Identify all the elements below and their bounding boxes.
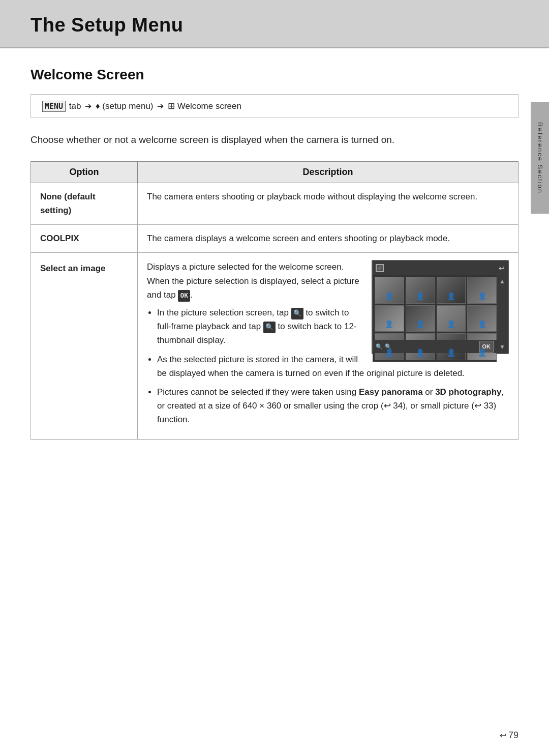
desc-select-image: ↩ 👤 👤 <box>138 253 518 439</box>
desc-none: The camera enters shooting or playback m… <box>138 183 518 225</box>
intro-text: Choose whether or not a welcome screen i… <box>30 132 518 147</box>
zoom-in-btn: 🔍 <box>291 308 303 319</box>
table-row: None (default setting) The camera enters… <box>31 183 518 225</box>
page-title: The Setup Menu <box>30 14 518 36</box>
thumbnail: 👤 <box>375 277 404 304</box>
thumbnail: 👤 <box>375 305 404 332</box>
option-coolpix: COOLPIX <box>31 225 138 253</box>
camera-screen-preview: ↩ 👤 👤 <box>372 260 509 354</box>
arrow-1: ➔ <box>85 102 92 110</box>
footer-icon: ↩ <box>500 731 506 740</box>
page-header: The Setup Menu <box>0 0 549 48</box>
table-row: COOLPIX The camera displays a welcome sc… <box>31 225 518 253</box>
thumbnail: 👤 <box>467 305 497 332</box>
thumbnail: 👤 <box>437 277 466 304</box>
thumbnail: 👤 <box>437 305 466 332</box>
thumbnail-row-2: 👤 👤 👤 <box>375 305 497 332</box>
zoom-out-btn: 🔍 <box>263 322 276 333</box>
page-content: Welcome Screen MENU tab ➔ ♦ (setup menu)… <box>0 48 549 485</box>
side-tab: Reference Section <box>531 102 549 214</box>
menu-sym: MENU <box>42 101 66 112</box>
menu-path-box: MENU tab ➔ ♦ (setup menu) ➔ ⊞ Welcome sc… <box>30 94 518 118</box>
desc-coolpix: The camera displays a welcome screen and… <box>138 225 518 253</box>
options-table: Option Description None (default setting… <box>30 161 518 439</box>
table-row-select-image: Select an image ↩ <box>31 253 518 439</box>
arrow-2: ➔ <box>157 102 164 110</box>
camera-right-bar: ▲ ▼ <box>497 275 508 353</box>
3d-photography-label: 3D photography <box>435 387 501 397</box>
bullet-3: Pictures cannot be selected if they were… <box>157 385 509 427</box>
easy-panorama-label: Easy panorama <box>359 387 423 397</box>
option-none: None (default setting) <box>31 183 138 225</box>
ok-inline-btn: OK <box>178 290 190 302</box>
thumbnail: 👤 <box>467 277 497 304</box>
back-button-icon: ↩ <box>499 263 505 274</box>
arrow-down-icon: ▼ <box>499 344 505 350</box>
page-number: 79 <box>508 730 518 741</box>
table-header-row: Option Description <box>31 162 518 183</box>
zoom-in-icon: 🔍 <box>376 342 383 352</box>
select-image-description: ↩ 👤 👤 <box>147 260 509 431</box>
menu-path-text: tab <box>69 101 83 111</box>
thumbnail-row-1: 👤 👤 👤 <box>375 277 497 304</box>
page-footer: ↩ 79 <box>500 730 518 741</box>
section-title: Welcome Screen <box>30 67 518 83</box>
thumbnail: 👤 <box>406 305 435 332</box>
arrow-up-icon: ▲ <box>499 278 505 284</box>
col-description-header: Description <box>138 162 518 183</box>
side-tab-label: Reference Section <box>536 122 544 194</box>
option-select-image: Select an image <box>31 253 138 439</box>
col-option-header: Option <box>31 162 138 183</box>
welcome-icon: ⊞ Welcome screen <box>168 101 241 111</box>
thumbnail: 👤 <box>406 277 435 304</box>
setup-icon: ♦ (setup menu) <box>96 101 156 111</box>
checkbox-icon <box>376 264 384 272</box>
camera-top-bar: ↩ <box>373 261 508 275</box>
